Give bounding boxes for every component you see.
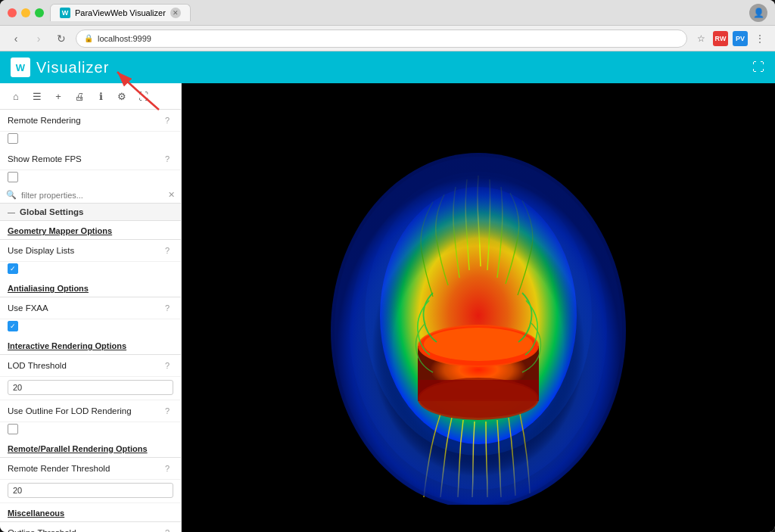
- fullscreen-button[interactable]: ⛶: [752, 61, 764, 74]
- refresh-button[interactable]: ↻: [53, 30, 70, 47]
- collapse-icon[interactable]: —: [8, 208, 15, 216]
- print-toolbar-btn[interactable]: 🖨: [71, 88, 88, 104]
- back-button[interactable]: ‹: [8, 30, 24, 47]
- lod-threshold-label: LOD Threshold: [8, 361, 67, 370]
- miscellaneous-title: Miscellaneous: [8, 509, 64, 518]
- interactive-rendering-title: Interactive Rendering Options: [8, 341, 126, 350]
- svg-point-13: [331, 153, 626, 505]
- browser-window: W ParaViewWeb Visualizer ✕ 👤 ‹ › ↻ 🔒 loc…: [0, 0, 775, 532]
- lod-threshold-field: [0, 377, 181, 400]
- remote-render-threshold-help[interactable]: ?: [161, 462, 173, 474]
- remote-rendering-label: Remote Rendering: [8, 116, 81, 125]
- lod-threshold-row: LOD Threshold ?: [0, 355, 181, 377]
- miscellaneous-subsection: Miscellaneous: [0, 503, 181, 522]
- layout-toolbar-btn[interactable]: ⛶: [135, 88, 151, 104]
- use-fxaa-checkbox[interactable]: ✓: [8, 321, 18, 331]
- antialiasing-title: Antialiasing Options: [8, 284, 89, 293]
- use-display-lists-label: Use Display Lists: [8, 246, 74, 255]
- use-outline-lod-checkbox[interactable]: [8, 424, 18, 434]
- use-fxaa-checkbox-row: ✓: [0, 319, 181, 336]
- use-display-lists-checkbox[interactable]: ✓: [8, 263, 18, 274]
- user-icon[interactable]: 👤: [749, 4, 767, 22]
- filter-bar: 🔍 ✕: [0, 187, 181, 204]
- logo-icon: W: [11, 58, 30, 77]
- close-button[interactable]: [8, 8, 17, 17]
- global-settings-section: — Global Settings: [0, 204, 181, 221]
- title-bar-right: 👤: [749, 4, 767, 22]
- pv-icon[interactable]: PV: [733, 31, 748, 46]
- app-header: W Visualizer ⛶: [0, 51, 775, 83]
- info-toolbar-btn[interactable]: ℹ: [92, 88, 109, 104]
- lod-threshold-input[interactable]: [8, 380, 173, 395]
- remote-rendering-help[interactable]: ?: [161, 114, 173, 126]
- use-display-lists-row: Use Display Lists ?: [0, 240, 181, 262]
- remote-rendering-checkbox[interactable]: [8, 133, 18, 144]
- home-toolbar-btn[interactable]: ⌂: [8, 88, 24, 104]
- outline-threshold-help[interactable]: ?: [161, 527, 173, 532]
- app-title: Visualizer: [36, 59, 109, 76]
- use-display-lists-help[interactable]: ?: [161, 244, 173, 257]
- show-remote-fps-checkbox[interactable]: [8, 172, 18, 182]
- show-remote-fps-checkbox-row: [0, 170, 181, 187]
- content-area[interactable]: [182, 83, 775, 532]
- minimize-button[interactable]: [21, 8, 30, 17]
- url-text: localhost:9999: [98, 34, 679, 43]
- lod-threshold-help[interactable]: ?: [161, 359, 173, 372]
- url-bar[interactable]: 🔒 localhost:9999: [76, 30, 687, 48]
- lock-icon: 🔒: [84, 34, 93, 42]
- address-bar-actions: ☆ RW PV ⋮: [693, 31, 767, 46]
- rw-icon[interactable]: RW: [713, 31, 728, 46]
- title-bar: W ParaViewWeb Visualizer ✕ 👤: [0, 0, 775, 26]
- remote-rendering-checkbox-row: [0, 132, 181, 148]
- tab-close-button[interactable]: ✕: [170, 8, 181, 18]
- bookmark-icon[interactable]: ☆: [693, 31, 708, 46]
- filter-clear-icon[interactable]: ✕: [168, 190, 175, 200]
- filter-input[interactable]: [21, 191, 163, 200]
- show-remote-fps-help[interactable]: ?: [161, 153, 173, 165]
- address-bar: ‹ › ↻ 🔒 localhost:9999 ☆ RW PV ⋮: [0, 26, 775, 51]
- more-icon[interactable]: ⋮: [752, 31, 767, 46]
- show-remote-fps-label: Show Remote FPS: [8, 154, 82, 163]
- remote-rendering-row: Remote Rendering ?: [0, 110, 181, 132]
- geometry-mapper-title: Geometry Mapper Options: [8, 226, 112, 235]
- forward-button[interactable]: ›: [30, 30, 47, 47]
- use-fxaa-row: Use FXAA ?: [0, 297, 181, 319]
- antialiasing-subsection: Antialiasing Options: [0, 278, 181, 297]
- traffic-lights: [8, 8, 44, 17]
- remote-render-threshold-input[interactable]: [8, 483, 173, 498]
- app-logo: W Visualizer: [11, 58, 109, 77]
- remote-render-threshold-field: [0, 480, 181, 503]
- use-outline-lod-row: Use Outline For LOD Rendering ?: [0, 400, 181, 422]
- browser-tab[interactable]: W ParaViewWeb Visualizer ✕: [50, 4, 191, 21]
- visualization-svg: [282, 111, 675, 505]
- sidebar: ⌂ ☰ + 🖨 ℹ ⚙ ⛶ Remote: [0, 83, 182, 532]
- use-fxaa-help[interactable]: ?: [161, 302, 173, 314]
- use-outline-lod-checkbox-row: [0, 422, 181, 439]
- tab-title: ParaViewWeb Visualizer: [75, 8, 166, 17]
- remote-parallel-subsection: Remote/Parallel Rendering Options: [0, 439, 181, 458]
- use-outline-lod-label: Use Outline For LOD Rendering: [8, 406, 132, 415]
- sidebar-toolbar: ⌂ ☰ + 🖨 ℹ ⚙ ⛶: [0, 83, 181, 110]
- remote-render-threshold-row: Remote Render Threshold ?: [0, 458, 181, 480]
- viz-container: [182, 83, 775, 532]
- use-display-lists-checkbox-row: ✓: [0, 262, 181, 278]
- main-layout: ⌂ ☰ + 🖨 ℹ ⚙ ⛶ Remote: [0, 83, 775, 532]
- settings-toolbar-btn[interactable]: ⚙: [114, 88, 130, 104]
- add-toolbar-btn[interactable]: +: [50, 88, 67, 104]
- use-outline-lod-help[interactable]: ?: [161, 405, 173, 417]
- maximize-button[interactable]: [35, 8, 44, 17]
- outline-threshold-row: Outline Threshold ?: [0, 522, 181, 532]
- interactive-rendering-subsection: Interactive Rendering Options: [0, 336, 181, 355]
- tab-area: W ParaViewWeb Visualizer ✕: [50, 4, 743, 21]
- files-toolbar-btn[interactable]: ☰: [29, 88, 45, 104]
- filter-icon: 🔍: [6, 190, 17, 200]
- remote-parallel-title: Remote/Parallel Rendering Options: [8, 444, 148, 453]
- global-settings-title: Global Settings: [20, 207, 83, 216]
- geometry-mapper-subsection: Geometry Mapper Options: [0, 221, 181, 240]
- use-fxaa-label: Use FXAA: [8, 303, 48, 313]
- show-remote-fps-row: Show Remote FPS ?: [0, 148, 181, 170]
- tab-favicon: W: [60, 8, 70, 18]
- remote-render-threshold-label: Remote Render Threshold: [8, 464, 110, 473]
- outline-threshold-label: Outline Threshold: [8, 528, 76, 532]
